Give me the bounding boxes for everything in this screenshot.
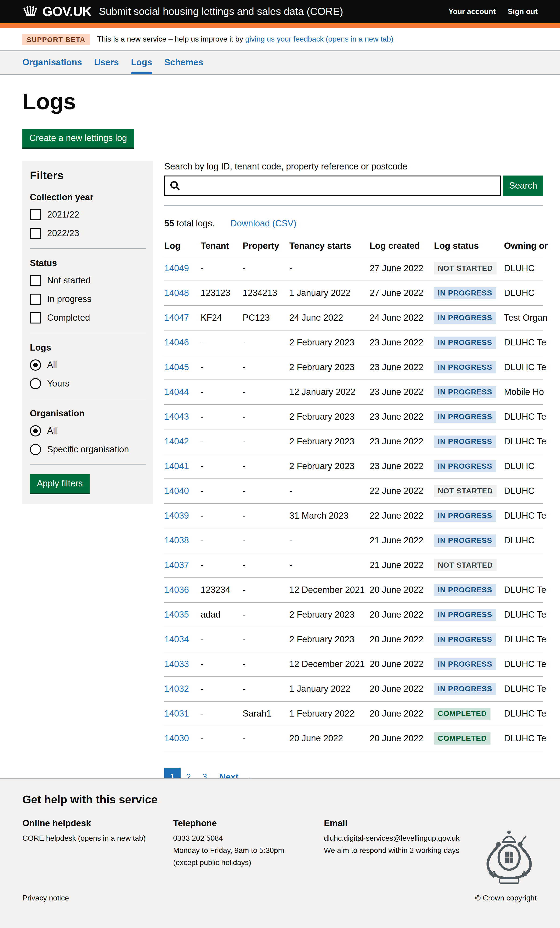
tenancy-starts-cell: 24 June 2022 (289, 305, 369, 330)
log-link[interactable]: 14045 (164, 362, 189, 372)
log-link[interactable]: 14034 (164, 634, 189, 644)
filter-option-label: 2022/23 (47, 228, 79, 238)
log-created-cell: 20 June 2022 (369, 627, 434, 652)
create-lettings-log-button[interactable]: Create a new lettings log (22, 129, 134, 148)
log-link[interactable]: 14042 (164, 437, 189, 446)
log-link[interactable]: 14049 (164, 263, 189, 273)
log-link[interactable]: 14047 (164, 313, 189, 322)
filter-option-label: All (47, 360, 57, 370)
log-link[interactable]: 14039 (164, 511, 189, 520)
search-button[interactable]: Search (503, 176, 543, 196)
log-id-cell: 14030 (164, 726, 201, 751)
col-header-log: Log (164, 237, 201, 256)
checkbox[interactable] (30, 294, 41, 305)
log-link[interactable]: 14038 (164, 536, 189, 545)
radio-button[interactable] (30, 425, 41, 437)
owning-organisation-cell: DLUHC Te (504, 701, 543, 726)
nav-link-organisations[interactable]: Organisations (22, 57, 82, 67)
log-status-cell: IN PROGRESS (434, 429, 504, 454)
log-link[interactable]: 14031 (164, 708, 189, 718)
filter-option-status-in-progress[interactable]: In progress (30, 294, 146, 305)
checkbox[interactable] (30, 275, 41, 286)
govuk-logo[interactable]: GOV.UK (22, 4, 92, 19)
log-status-cell: IN PROGRESS (434, 404, 504, 429)
radio-button[interactable] (30, 378, 41, 389)
log-link[interactable]: 14043 (164, 412, 189, 421)
log-link[interactable]: 14033 (164, 659, 189, 669)
radio-button[interactable] (30, 444, 41, 455)
log-link[interactable]: 14041 (164, 461, 189, 471)
tenancy-starts-cell: 2 February 2023 (289, 454, 369, 479)
footer-link-online-helpdesk[interactable]: CORE helpdesk (opens in a new tab) (22, 834, 146, 842)
beta-tag: SUPPORT BETA (22, 34, 90, 45)
log-link[interactable]: 14040 (164, 486, 189, 496)
tenancy-starts-cell: 2 February 2023 (289, 429, 369, 454)
filter-option-status-not-started[interactable]: Not started (30, 275, 146, 286)
log-link[interactable]: 14048 (164, 288, 189, 298)
filter-option-label: All (47, 426, 57, 436)
nav-item-users: Users (94, 51, 119, 74)
privacy-notice-link[interactable]: Privacy notice (22, 894, 69, 902)
log-link[interactable]: 14037 (164, 560, 189, 570)
filter-option-organisation-specific-organisation[interactable]: Specific organisation (30, 444, 146, 455)
filter-option-organisation-all[interactable]: All (30, 425, 146, 437)
log-status-cell: IN PROGRESS (434, 528, 504, 553)
log-created-cell: 27 June 2022 (369, 256, 434, 281)
search-input[interactable] (164, 176, 501, 196)
status-badge: NOT STARTED (434, 485, 496, 497)
filter-option-collection-year-2021-22[interactable]: 2021/22 (30, 209, 146, 220)
status-badge: IN PROGRESS (434, 435, 496, 448)
crown-copyright-link[interactable]: © Crown copyright (475, 894, 537, 902)
property-cell: - (243, 578, 289, 602)
nav-link-users[interactable]: Users (94, 57, 119, 67)
filter-option-collection-year-2022-23[interactable]: 2022/23 (30, 228, 146, 239)
filter-group-label-organisation: Organisation (30, 409, 146, 419)
filter-option-status-completed[interactable]: Completed (30, 312, 146, 324)
table-row: 1404812312312342131 January 202227 June … (164, 281, 543, 305)
checkbox[interactable] (30, 209, 41, 220)
nav-link-logs[interactable]: Logs (131, 57, 152, 67)
footer: Get help with this service Online helpde… (0, 778, 560, 928)
owning-organisation-cell: DLUHC Te (504, 652, 543, 677)
radio-button[interactable] (30, 359, 41, 371)
nav-item-logs: Logs (131, 51, 152, 74)
log-id-cell: 14049 (164, 256, 201, 281)
status-badge: IN PROGRESS (434, 609, 496, 621)
status-badge: IN PROGRESS (434, 633, 496, 646)
log-created-cell: 23 June 2022 (369, 454, 434, 479)
header-link-sign-out[interactable]: Sign out (508, 8, 538, 16)
col-header-log-status: Log status (434, 237, 504, 256)
log-link[interactable]: 14030 (164, 733, 189, 743)
log-created-cell: 23 June 2022 (369, 404, 434, 429)
owning-organisation-cell: DLUHC Te (504, 578, 543, 602)
owning-organisation-cell: Test Organ (504, 305, 543, 330)
tenant-cell: 123234 (201, 578, 243, 602)
checkbox[interactable] (30, 312, 41, 324)
log-link[interactable]: 14044 (164, 387, 189, 397)
log-id-cell: 14037 (164, 553, 201, 578)
log-link[interactable]: 14032 (164, 684, 189, 694)
footer-text-line: We aim to respond within 2 working days (324, 846, 478, 855)
phase-banner-text: This is a new service – help us improve … (97, 35, 394, 43)
log-link[interactable]: 14046 (164, 337, 189, 347)
header-link-your-account[interactable]: Your account (449, 8, 496, 16)
log-link[interactable]: 14035 (164, 610, 189, 620)
property-cell: - (243, 553, 289, 578)
log-id-cell: 14038 (164, 528, 201, 553)
log-link[interactable]: 14036 (164, 585, 189, 595)
table-row: 14034--2 February 202320 June 2022IN PRO… (164, 627, 543, 652)
tenancy-starts-cell: 2 February 2023 (289, 602, 369, 627)
feedback-link[interactable]: giving us your feedback (opens in a new … (245, 35, 394, 43)
nav-link-schemes[interactable]: Schemes (164, 57, 203, 67)
footer-link-email[interactable]: dluhc.digital-services@levellingup.gov.u… (324, 834, 460, 842)
log-created-cell: 21 June 2022 (369, 553, 434, 578)
download-csv-link[interactable]: Download (CSV) (230, 218, 296, 228)
status-badge: IN PROGRESS (434, 312, 496, 324)
apply-filters-button[interactable]: Apply filters (30, 474, 90, 493)
filter-option-logs-yours[interactable]: Yours (30, 378, 146, 389)
filter-option-logs-all[interactable]: All (30, 359, 146, 371)
service-name-link[interactable]: Submit social housing lettings and sales… (99, 6, 343, 18)
tenant-cell: - (201, 504, 243, 528)
checkbox[interactable] (30, 228, 41, 239)
property-cell: PC123 (243, 305, 289, 330)
